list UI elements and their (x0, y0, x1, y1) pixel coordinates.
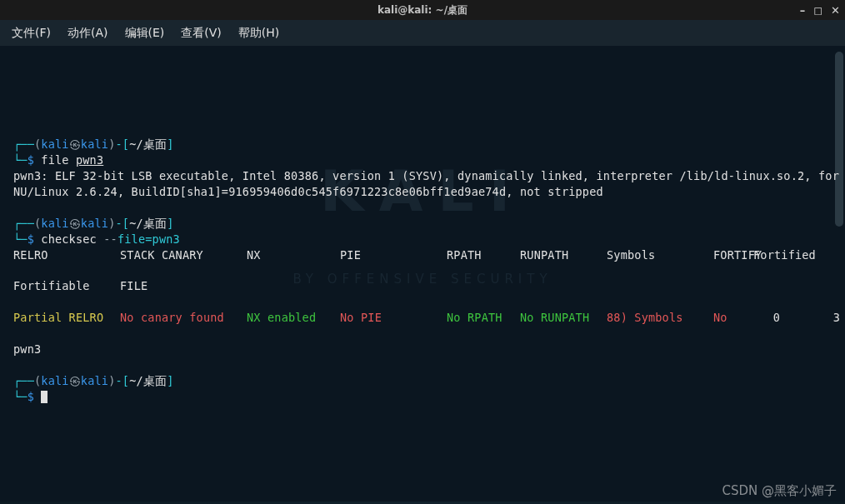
menu-file[interactable]: 文件(F) (12, 26, 51, 41)
hdr-nx: NX (247, 247, 340, 263)
p3-skull: ㉿ (69, 374, 81, 387)
val-runpath: No RUNPATH (520, 310, 607, 326)
val-pie: No PIE (340, 310, 447, 326)
hdr-pie: PIE (340, 247, 447, 263)
menu-bar: 文件(F) 动作(A) 编辑(E) 查看(V) 帮助(H) (0, 20, 845, 47)
p3-dollar: $ (28, 390, 34, 403)
p-dollar: $ (28, 153, 34, 167)
p3-host: kali (81, 374, 108, 387)
watermark-text: CSDN @黑客小媚子 (722, 483, 837, 499)
vertical-scrollbar[interactable] (835, 52, 843, 227)
maximize-button[interactable]: ◻ (813, 5, 822, 16)
p-skull: ㉿ (69, 137, 81, 151)
minimize-button[interactable]: – (800, 5, 806, 16)
p2-host: kali (81, 217, 108, 230)
p2-dollar: $ (28, 232, 34, 246)
p2-skull: ㉿ (69, 217, 81, 230)
window-title: kali@kali: ~/桌面 (378, 3, 468, 17)
hdr-relro: RELRO (13, 247, 120, 263)
hdr-canary: STACK CANARY (120, 247, 247, 263)
hdr-file: FILE (120, 278, 247, 294)
cmd2-dash: -- (103, 232, 118, 246)
hdr-fortify: FORTIFY (713, 247, 753, 263)
out1-l1: pwn3: ELF 32-bit LSB executable, Intel 8… (13, 169, 845, 182)
menu-view[interactable]: 查看(V) (181, 26, 222, 41)
hdr-fortified: Fortified (753, 247, 800, 263)
val-relro: Partial RELRO (13, 310, 120, 326)
p2-bc: ] (167, 217, 173, 230)
cursor-block (41, 391, 48, 403)
cmd1-arg: pwn3 (76, 153, 103, 167)
close-button[interactable]: ✕ (831, 5, 840, 16)
cmd2-flag: file=pwn3 (118, 232, 180, 246)
val-fortifiable-tail: 3 (780, 310, 840, 326)
p2-path: ~/桌面 (129, 217, 167, 230)
hdr-runpath: RUNPATH (520, 247, 607, 263)
terminal-content: ┌──(kali㉿kali)-[~/桌面] └─$ file pwn3 pwn3… (13, 122, 832, 421)
val-rpath: No RPATH (447, 310, 520, 326)
menu-help[interactable]: 帮助(H) (238, 26, 279, 41)
p-bracket-open: -[ (115, 137, 129, 151)
hdr-symbols: Symbols (607, 247, 713, 263)
hdr-fortifiable: Fortifiable (13, 278, 120, 294)
p-path: ~/桌面 (129, 137, 167, 151)
val-symbols: 88) Symbols (607, 310, 713, 326)
p2-user: kali (41, 217, 68, 230)
window-titlebar: kali@kali: ~/桌面 – ◻ ✕ (0, 0, 845, 20)
cmd2-bin: checksec (41, 232, 97, 246)
val-canary: No canary found (120, 310, 247, 326)
p-host: kali (81, 137, 108, 151)
p3-user: kali (41, 374, 68, 387)
terminal-area[interactable]: KALI BY OFFENSIVE SECURITY ┌──(kali㉿kali… (0, 47, 845, 504)
val-fortify: No (713, 310, 753, 326)
val-filename: pwn3 (13, 342, 41, 356)
p2-bo: -[ (115, 217, 129, 230)
p-bracket-close: ] (167, 137, 173, 151)
cmd1-bin: file (41, 153, 68, 167)
p-user: kali (41, 137, 68, 151)
val-fortified: 0 (753, 310, 780, 326)
p3-bc: ] (167, 374, 173, 387)
out1-l2: NU/Linux 2.6.24, BuildID[sha1]=916959406… (13, 185, 603, 198)
menu-edit[interactable]: 编辑(E) (125, 26, 165, 41)
p3-path: ~/桌面 (129, 374, 167, 387)
window-controls: – ◻ ✕ (800, 5, 840, 16)
hdr-rpath: RPATH (447, 247, 520, 263)
val-nx: NX enabled (247, 310, 340, 326)
menu-action[interactable]: 动作(A) (68, 26, 108, 41)
p3-bo: -[ (115, 374, 129, 387)
